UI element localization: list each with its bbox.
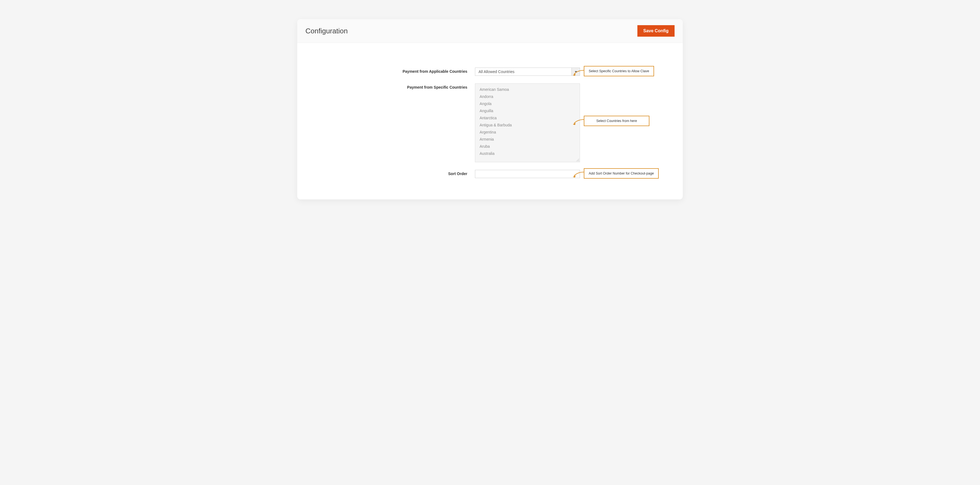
row-specific-countries: Payment from Specific Countries American… <box>305 83 675 162</box>
country-option[interactable]: Antarctica <box>480 114 580 121</box>
applicable-countries-select[interactable]: All Allowed Countries <box>475 67 580 76</box>
caret-down-icon <box>575 71 577 72</box>
row-applicable-countries: Payment from Applicable Countries All Al… <box>305 67 675 76</box>
form-area: Payment from Applicable Countries All Al… <box>297 43 683 188</box>
specific-countries-multiselect[interactable]: American SamoaAndorraAngolaAnguillaAntar… <box>475 83 580 162</box>
country-option[interactable]: Armenia <box>480 136 580 143</box>
callout-specific: Select Countries from here <box>584 116 649 126</box>
save-config-button[interactable]: Save Config <box>637 25 675 37</box>
country-option[interactable]: Angola <box>480 100 580 107</box>
resize-handle-icon[interactable] <box>576 158 579 161</box>
page-title: Configuration <box>305 27 348 35</box>
label-specific-countries: Payment from Specific Countries <box>305 83 475 89</box>
country-option[interactable]: Antigua & Barbuda <box>480 121 580 129</box>
header-bar: Configuration Save Config <box>297 19 683 43</box>
country-option[interactable]: Australia <box>480 150 580 157</box>
control-wrap-applicable: All Allowed Countries Select Specific Co… <box>475 67 580 76</box>
control-wrap-specific: American SamoaAndorraAngolaAnguillaAntar… <box>475 83 580 162</box>
sort-order-input[interactable] <box>475 170 580 178</box>
country-option[interactable]: American Samoa <box>480 86 580 93</box>
country-option[interactable]: Anguilla <box>480 107 580 114</box>
applicable-countries-selected-value: All Allowed Countries <box>479 70 515 74</box>
label-applicable-countries: Payment from Applicable Countries <box>305 67 475 73</box>
callout-applicable: Select Specific Countries to Allow Clave <box>584 66 654 76</box>
callout-sort-order: Add Sort Order Number for Checkout-page <box>584 168 659 179</box>
country-option[interactable]: Aruba <box>480 143 580 150</box>
dropdown-toggle[interactable] <box>571 68 580 75</box>
country-option[interactable]: Argentina <box>480 129 580 136</box>
label-sort-order: Sort Order <box>305 170 475 176</box>
svg-line-3 <box>579 161 579 161</box>
country-option[interactable]: Andorra <box>480 93 580 100</box>
control-wrap-sort-order: Add Sort Order Number for Checkout-page <box>475 170 580 178</box>
row-sort-order: Sort Order Add Sort Order Number for Che… <box>305 170 675 178</box>
config-card: Configuration Save Config Payment from A… <box>297 19 683 199</box>
